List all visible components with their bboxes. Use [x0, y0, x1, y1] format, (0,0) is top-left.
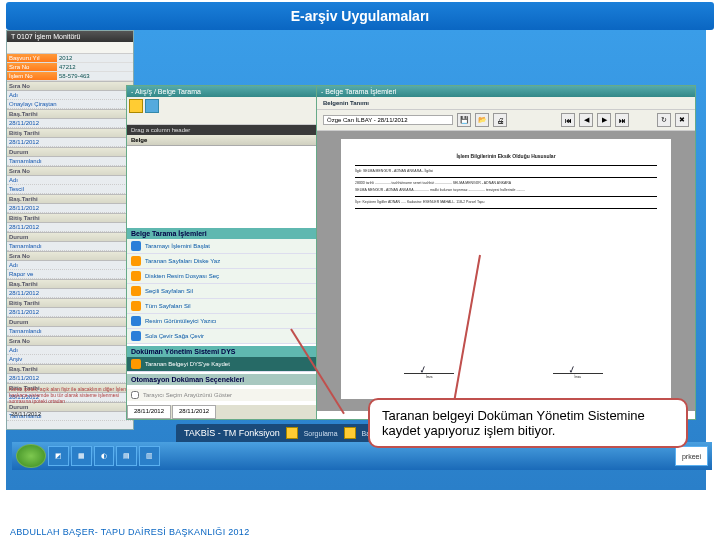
- row-adi[interactable]: Arşiv: [7, 355, 133, 364]
- scan-title: - Alış/ş / Belge Tarama: [127, 86, 325, 97]
- viewer-title: - Belge Tarama İşlemleri: [317, 86, 695, 97]
- filter-proc-value[interactable]: 58-579-463: [57, 72, 92, 80]
- doc-def-label: Belgenin Tanımı: [323, 100, 369, 106]
- taskbar-item[interactable]: ▤: [116, 446, 137, 466]
- col-belge[interactable]: Belge: [127, 135, 325, 146]
- action-save-dys[interactable]: Taranan Belgeyi DYS'ye Kaydet: [127, 357, 325, 372]
- tab-date-2[interactable]: 28/11/2012: [172, 405, 216, 419]
- col-bitis: Bitiş Tarihi: [7, 213, 133, 223]
- scanner-icon: [131, 241, 141, 251]
- taskbar-item[interactable]: ◩: [48, 446, 69, 466]
- refresh-icon[interactable]: [145, 99, 159, 113]
- taskbar-app-label[interactable]: prkeei: [675, 446, 708, 466]
- divider: [355, 196, 657, 197]
- filter-seq-value[interactable]: 47212: [57, 63, 78, 71]
- callout-box: Taranan belgeyi Doküman Yönetim Sistemin…: [368, 398, 688, 448]
- doc-viewport[interactable]: İşlem Bilgilerinin Eksik Olduğu Hususula…: [317, 131, 695, 411]
- row-bas[interactable]: 28/11/2012: [7, 289, 133, 298]
- doc-page: İşlem Bilgilerinin Eksik Olduğu Hususula…: [341, 139, 671, 399]
- monitor-status-date: 28/11/2012: [11, 411, 41, 417]
- row-durum[interactable]: Tamamlandı: [7, 327, 133, 336]
- prev-page-icon[interactable]: ◀: [579, 113, 593, 127]
- row-bas[interactable]: 28/11/2012: [7, 374, 133, 383]
- row-bitis[interactable]: 28/11/2012: [7, 308, 133, 317]
- query-icon[interactable]: [286, 427, 298, 439]
- row-adi[interactable]: Rapor ve: [7, 270, 133, 279]
- action-save-disk[interactable]: Taranan Sayfaları Diske Yaz: [127, 254, 325, 269]
- doc-body1: 28000 tarihli ................ taahhütna…: [355, 181, 657, 186]
- doc-body2: SELMA MENGÜR - ADNAN ANKARA ............…: [355, 188, 657, 193]
- section-auto: Otomasyon Doküman Seçenekleri: [127, 374, 325, 385]
- menu-sorgulama[interactable]: Sorgulama: [304, 430, 338, 437]
- save-icon[interactable]: 💾: [457, 113, 471, 127]
- monitor-note: Karan ipotek; açık alan fişiz ile alacak…: [9, 386, 131, 404]
- row-bitis[interactable]: 28/11/2012: [7, 138, 133, 147]
- belge-list[interactable]: [127, 146, 325, 226]
- filter-year-value[interactable]: 2012: [57, 54, 74, 62]
- monitor-grid: Sıra No Adı Onaylayı Çiraştan Baş.Tarihi…: [7, 81, 133, 421]
- doc-field-row: İlgili: SELMA MENGÜR - ADNAN ANKARA - İl…: [355, 169, 657, 174]
- action-choose-file[interactable]: Diskten Resim Dosyası Seç: [127, 269, 325, 284]
- col-bitis: Bitiş Tarihi: [7, 128, 133, 138]
- section-scan-ops: Belge Tarama İşlemleri: [127, 228, 325, 239]
- col-bas: Baş.Tarihi: [7, 194, 133, 204]
- drag-hint: Drag a column header: [127, 125, 325, 135]
- action-delete-all[interactable]: Tüm Sayfaları Sil: [127, 299, 325, 314]
- row-bas[interactable]: 28/11/2012: [7, 204, 133, 213]
- col-durum: Durum: [7, 232, 133, 242]
- action-viewer-printer[interactable]: Resim Görüntüleyici Yazıcı: [127, 314, 325, 329]
- rotate-icon[interactable]: ↻: [657, 113, 671, 127]
- check-scanner-ui[interactable]: Tarayıcı Seçim Arayüzünü Göster: [127, 389, 325, 401]
- doc-body3: İlçe: Keçiören İlgililer ADNAN ..... Kad…: [355, 200, 657, 205]
- scan-icon[interactable]: [129, 99, 143, 113]
- rotate-left-icon: [131, 331, 141, 341]
- row-bitis[interactable]: 28/11/2012: [7, 223, 133, 232]
- action-start-scan[interactable]: Taramayı İşlemini Başlat: [127, 239, 325, 254]
- next-page-icon[interactable]: ▶: [597, 113, 611, 127]
- scan-tabs: 28/11/2012 28/11/2012: [127, 405, 325, 419]
- taskbar-item[interactable]: ◐: [94, 446, 114, 466]
- taskbar-item[interactable]: ▥: [139, 446, 160, 466]
- scan-toolbar: [127, 97, 325, 125]
- last-page-icon[interactable]: ⏭: [615, 113, 629, 127]
- tab-date-1[interactable]: 28/11/2012: [127, 405, 171, 419]
- col-adi: Adı: [7, 261, 133, 270]
- disk-icon: [131, 256, 141, 266]
- row-durum[interactable]: Tamamlandı: [7, 242, 133, 251]
- section-dys: Doküman Yönetim Sistemi DYS: [127, 346, 325, 357]
- checkbox-icon[interactable]: [131, 391, 139, 399]
- col-bas: Baş.Tarihi: [7, 364, 133, 374]
- action-delete-selected[interactable]: Seçili Sayfaları Sil: [127, 284, 325, 299]
- col-sirano: Sıra No: [7, 251, 133, 261]
- row-adi[interactable]: Onaylayı Çiraştan: [7, 100, 133, 109]
- taskbar-item[interactable]: ▦: [71, 446, 92, 466]
- filter-year-label: Başvuru Yıl: [7, 54, 57, 62]
- col-durum: Durum: [7, 147, 133, 157]
- col-adi: Adı: [7, 346, 133, 355]
- viewer-toolbar: Özge Can İLBAY - 28/11/2012 💾 📂 🖨 ⏮ ◀ ▶ …: [317, 110, 695, 131]
- monitor-window: T 0107 İşlem Monitörü Başvuru Yıl 2012 S…: [6, 30, 134, 430]
- callout-text: Taranan belgeyi Doküman Yönetim Sistemin…: [382, 408, 645, 438]
- signature-row: İmza İmza: [355, 373, 652, 379]
- viewer-window: - Belge Tarama İşlemleri Belgenin Tanımı…: [316, 85, 696, 420]
- sig-right: İmza: [553, 373, 603, 379]
- apply-icon[interactable]: [344, 427, 356, 439]
- start-button-icon[interactable]: [16, 444, 46, 468]
- doc-name-input[interactable]: Özge Can İLBAY - 28/11/2012: [323, 115, 453, 125]
- save-dys-icon: [131, 359, 141, 369]
- col-bas: Baş.Tarihi: [7, 109, 133, 119]
- print-icon[interactable]: 🖨: [493, 113, 507, 127]
- divider: [355, 177, 657, 178]
- row-durum[interactable]: Tamamlandı: [7, 157, 133, 166]
- sig-left: İmza: [404, 373, 454, 379]
- open-icon[interactable]: 📂: [475, 113, 489, 127]
- row-bas[interactable]: 28/11/2012: [7, 119, 133, 128]
- monitor-title: T 0107 İşlem Monitörü: [7, 31, 133, 42]
- col-sirano: Sıra No: [7, 166, 133, 176]
- col-adi: Adı: [7, 91, 133, 100]
- col-adi: Adı: [7, 176, 133, 185]
- row-adi[interactable]: Tescil: [7, 185, 133, 194]
- delete-page-icon[interactable]: ✖: [675, 113, 689, 127]
- first-page-icon[interactable]: ⏮: [561, 113, 575, 127]
- slide-footer: ABDULLAH BAŞER- TAPU DAİRESİ BAŞKANLIĞI …: [10, 527, 249, 537]
